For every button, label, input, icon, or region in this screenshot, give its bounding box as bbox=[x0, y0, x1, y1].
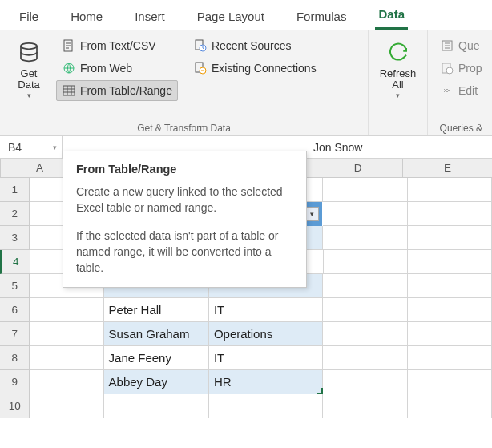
col-header-D[interactable]: D bbox=[313, 159, 403, 178]
existing-connections-button[interactable]: Existing Connections bbox=[188, 58, 322, 79]
filter-dropdown-button[interactable]: ▾ bbox=[304, 207, 319, 221]
svg-rect-3 bbox=[63, 86, 75, 95]
from-text-csv-label: From Text/CSV bbox=[80, 39, 156, 52]
edit-links-button[interactable]: Edit bbox=[434, 80, 488, 101]
properties-icon bbox=[440, 61, 454, 75]
row-header[interactable]: 6 bbox=[0, 298, 30, 322]
from-table-range-button[interactable]: From Table/Range bbox=[56, 80, 178, 101]
from-web-label: From Web bbox=[80, 62, 132, 75]
table-cell-name[interactable]: Susan Graham bbox=[104, 322, 209, 346]
group-label-queries: Queries & bbox=[434, 120, 488, 134]
cell[interactable] bbox=[323, 346, 407, 370]
row-header[interactable]: 3 bbox=[0, 226, 30, 250]
tooltip-title: From Table/Range bbox=[76, 163, 293, 176]
existing-connections-label: Existing Connections bbox=[212, 62, 317, 75]
cell[interactable] bbox=[408, 346, 492, 370]
name-box[interactable]: B4 bbox=[0, 136, 63, 158]
cell[interactable] bbox=[408, 202, 492, 226]
tab-data[interactable]: Data bbox=[375, 7, 408, 30]
table-cell-dept[interactable]: IT bbox=[209, 298, 324, 322]
cell[interactable] bbox=[30, 298, 103, 322]
from-text-csv-button[interactable]: From Text/CSV bbox=[56, 35, 178, 56]
globe-icon bbox=[62, 61, 76, 75]
table-cell-dept[interactable]: IT bbox=[209, 346, 324, 370]
edit-links-label: Edit bbox=[458, 84, 478, 97]
tab-page-layout[interactable]: Page Layout bbox=[194, 10, 268, 30]
cell[interactable] bbox=[408, 322, 492, 346]
cell[interactable] bbox=[323, 274, 407, 298]
row-header[interactable]: 2 bbox=[0, 202, 30, 226]
cell[interactable] bbox=[323, 394, 407, 418]
recent-sources-button[interactable]: Recent Sources bbox=[188, 35, 322, 56]
text-file-icon bbox=[62, 38, 76, 53]
cell[interactable] bbox=[30, 394, 103, 418]
cell[interactable] bbox=[408, 274, 492, 298]
cell[interactable] bbox=[209, 394, 324, 418]
cell[interactable] bbox=[323, 178, 407, 202]
row-header[interactable]: 4 bbox=[0, 250, 30, 274]
cell[interactable] bbox=[408, 370, 492, 394]
cell[interactable] bbox=[408, 394, 492, 418]
queries-icon bbox=[440, 38, 454, 53]
get-data-label: Get Data bbox=[18, 68, 39, 91]
refresh-all-button[interactable]: Refresh All ▾ bbox=[376, 35, 421, 120]
cell[interactable] bbox=[30, 322, 103, 346]
properties-button[interactable]: Prop bbox=[434, 58, 488, 79]
row-header[interactable]: 7 bbox=[0, 322, 30, 346]
get-data-button[interactable]: Get Data ▾ bbox=[6, 35, 51, 120]
table-cell-dept[interactable]: HR bbox=[209, 370, 324, 394]
tooltip-text: Create a new query linked to the selecte… bbox=[76, 184, 293, 216]
tab-insert[interactable]: Insert bbox=[131, 10, 168, 30]
cell[interactable] bbox=[408, 298, 492, 322]
queries-label: Que bbox=[458, 39, 479, 52]
cell[interactable] bbox=[408, 250, 492, 274]
connections-icon bbox=[193, 61, 208, 75]
table-cell-name[interactable]: Jane Feeny bbox=[104, 346, 209, 370]
tooltip-from-table-range: From Table/Range Create a new query link… bbox=[63, 151, 307, 288]
tab-file[interactable]: File bbox=[16, 10, 42, 30]
clock-file-icon bbox=[193, 38, 208, 53]
row-header[interactable]: 9 bbox=[0, 370, 30, 394]
svg-point-10 bbox=[446, 67, 453, 74]
recent-sources-label: Recent Sources bbox=[212, 39, 292, 52]
properties-label: Prop bbox=[458, 62, 482, 75]
refresh-all-label: Refresh All bbox=[380, 68, 417, 91]
cell[interactable] bbox=[323, 370, 407, 394]
cell[interactable] bbox=[324, 250, 408, 274]
database-icon bbox=[15, 38, 42, 66]
dropdown-icon: ▾ bbox=[396, 91, 400, 99]
table-cell-name[interactable]: Peter Hall bbox=[104, 298, 209, 322]
cell[interactable] bbox=[323, 202, 407, 226]
table-icon bbox=[62, 83, 76, 98]
cell[interactable] bbox=[323, 226, 407, 250]
cell[interactable] bbox=[30, 346, 103, 370]
edit-links-icon bbox=[440, 83, 454, 98]
tab-formulas[interactable]: Formulas bbox=[293, 10, 350, 30]
svg-point-0 bbox=[21, 43, 37, 50]
cell[interactable] bbox=[408, 178, 492, 202]
queries-connections-button[interactable]: Que bbox=[434, 35, 488, 56]
cell[interactable] bbox=[104, 394, 209, 418]
row-header[interactable]: 1 bbox=[0, 178, 30, 202]
row-header[interactable]: 8 bbox=[0, 346, 30, 370]
cell[interactable] bbox=[323, 322, 407, 346]
col-header-E[interactable]: E bbox=[403, 159, 492, 178]
cell[interactable] bbox=[323, 298, 407, 322]
tab-home[interactable]: Home bbox=[67, 10, 106, 30]
cell[interactable] bbox=[408, 226, 492, 250]
refresh-icon bbox=[385, 38, 412, 66]
formula-bar[interactable]: Jon Snow bbox=[307, 136, 492, 158]
group-label-get-transform: Get & Transform Data bbox=[6, 120, 361, 134]
dropdown-icon: ▾ bbox=[27, 91, 31, 99]
table-cell-dept[interactable]: Operations bbox=[209, 322, 324, 346]
from-table-range-label: From Table/Range bbox=[80, 84, 172, 97]
tooltip-text: If the selected data isn't part of a tab… bbox=[76, 228, 293, 276]
table-cell-name[interactable]: Abbey Day bbox=[104, 370, 209, 394]
from-web-button[interactable]: From Web bbox=[56, 58, 178, 79]
row-header[interactable]: 10 bbox=[0, 394, 30, 418]
row-header[interactable]: 5 bbox=[0, 274, 30, 298]
cell[interactable] bbox=[30, 370, 103, 394]
